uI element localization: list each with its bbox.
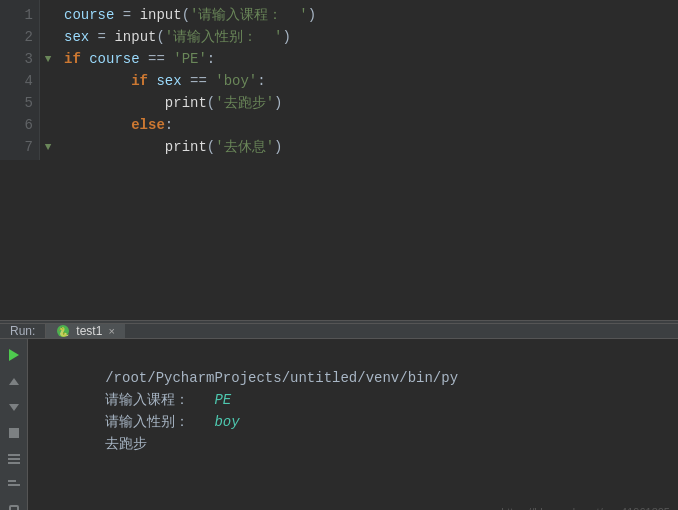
- run-down-button[interactable]: [4, 397, 24, 417]
- prompt-1: 请输入课程：: [105, 392, 214, 408]
- output-path-line: /root/PycharmProjects/untitled/venv/bin/…: [38, 345, 668, 367]
- result-text: 去跑步: [105, 436, 147, 452]
- run-sidebar: [0, 339, 28, 510]
- prompt-2: 请输入性别：: [105, 414, 214, 430]
- code-line-2: sex = input('请输入性别： '): [64, 26, 670, 48]
- run-tabs-bar: Run: 🐍 test1 ×: [0, 324, 678, 339]
- align-icon: [8, 480, 20, 490]
- play-icon: [9, 349, 19, 361]
- editor-area: 1 2 3 4 5 6 7 8 9 ▼ ▼ course = input('请输…: [0, 0, 678, 320]
- input-val-1: PE: [214, 392, 231, 408]
- line-num-6: 6: [6, 114, 33, 136]
- up-arrow-icon: [9, 378, 19, 385]
- fold-gutter-area: ▼ ▼: [40, 0, 56, 160]
- run-lines-button[interactable]: [4, 449, 24, 469]
- code-container: 1 2 3 4 5 6 7 8 9 ▼ ▼ course = input('请输…: [0, 0, 678, 160]
- run-label: Run:: [0, 324, 46, 338]
- code-line-7: print('去休息'): [64, 136, 670, 158]
- tab-close-icon[interactable]: ×: [108, 325, 114, 337]
- input-val-2: boy: [214, 414, 239, 430]
- run-tab-test1[interactable]: 🐍 test1 ×: [46, 324, 124, 338]
- code-line-1: course = input('请输入课程： '): [64, 4, 670, 26]
- run-align-button[interactable]: [4, 475, 24, 495]
- run-up-button[interactable]: [4, 371, 24, 391]
- run-content: /root/PycharmProjects/untitled/venv/bin/…: [0, 339, 678, 510]
- run-output: /root/PycharmProjects/untitled/venv/bin/…: [28, 339, 678, 510]
- run-scroll-button[interactable]: [4, 501, 24, 510]
- code-line-6: else:: [64, 114, 670, 136]
- run-stop-button[interactable]: [4, 423, 24, 443]
- svg-text:🐍: 🐍: [58, 326, 70, 338]
- code-line-4: if sex == 'boy':: [64, 70, 670, 92]
- line-num-1: 1: [6, 4, 33, 26]
- path-text: /root/PycharmProjects/untitled/venv/bin/…: [105, 370, 458, 386]
- line-num-3: 3: [6, 48, 33, 70]
- code-line-8: else:: [64, 158, 670, 160]
- run-play-button[interactable]: [4, 345, 24, 365]
- line-numbers: 1 2 3 4 5 6 7 8 9: [0, 0, 40, 160]
- python-icon: 🐍: [56, 324, 70, 338]
- down-arrow-icon: [9, 404, 19, 411]
- line-num-5: 5: [6, 92, 33, 114]
- code-line-5: print('去跑步'): [64, 92, 670, 114]
- fold-3[interactable]: ▼: [40, 48, 56, 70]
- code-area[interactable]: course = input('请输入课程： ') sex = input('请…: [56, 0, 678, 160]
- lines-icon: [8, 454, 20, 464]
- code-line-3: if course == 'PE':: [64, 48, 670, 70]
- fold-7[interactable]: ▼: [40, 136, 56, 158]
- scroll-icon: [9, 505, 19, 510]
- line-num-2: 2: [6, 26, 33, 48]
- line-num-7: 7: [6, 136, 33, 158]
- empty-space: [0, 160, 678, 320]
- stop-icon: [9, 428, 19, 438]
- run-panel: Run: 🐍 test1 ×: [0, 324, 678, 510]
- tab-name: test1: [76, 324, 102, 338]
- watermark: https://blog.csdn.net/qq_41961805: [501, 501, 670, 510]
- line-num-4: 4: [6, 70, 33, 92]
